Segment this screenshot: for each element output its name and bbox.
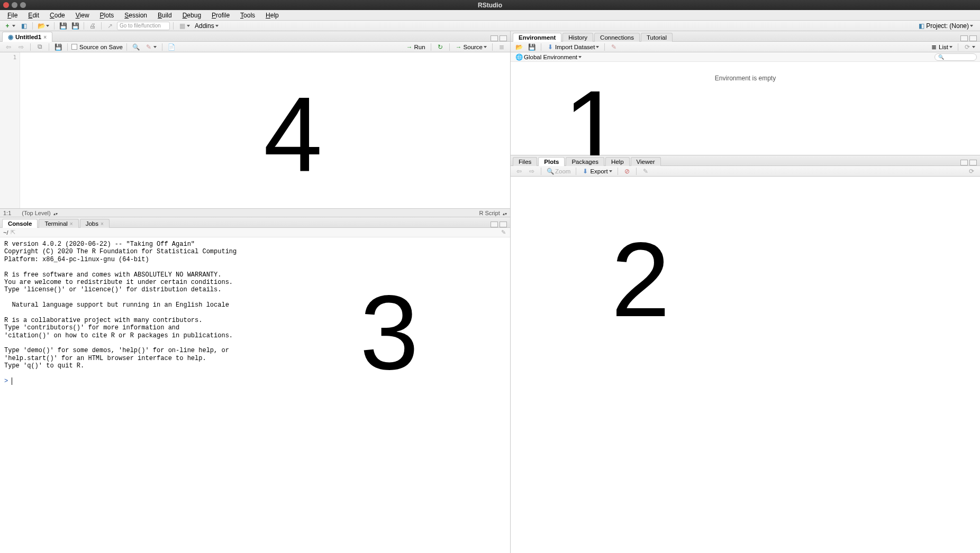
run-button[interactable]: → Run <box>404 42 427 52</box>
menu-debug[interactable]: Debug <box>177 11 206 20</box>
list-view-button[interactable]: ≣ List <box>929 42 954 52</box>
clear-plots-button[interactable]: ✎ <box>640 167 651 176</box>
print-button[interactable]: 🖨 <box>87 21 98 31</box>
maximize-pane[interactable] <box>500 222 507 227</box>
env-scope-bar: 🌐 Global Environment 🔍 <box>511 52 980 62</box>
maximize-pane[interactable] <box>969 160 977 165</box>
scope-menu[interactable]: (Top Level) ▴▾ <box>22 210 58 216</box>
remove-plot-button[interactable]: ⊘ <box>622 167 632 176</box>
window-close[interactable] <box>3 2 9 8</box>
project-menu[interactable]: ◧ Project: (None) <box>916 21 975 31</box>
plots-tabs: Files Plots Packages Help Viewer <box>511 155 980 166</box>
separator <box>32 22 33 30</box>
chevron-down-icon <box>972 46 975 48</box>
menu-tools[interactable]: Tools <box>235 11 260 20</box>
show-in-new-window[interactable]: ⧉ <box>34 42 45 52</box>
popout-icon[interactable]: ⇱ <box>9 229 16 236</box>
console-output[interactable]: R version 4.0.2 (2020-06-22) -- "Taking … <box>0 237 510 553</box>
save-workspace-button[interactable]: 💾 <box>527 42 537 52</box>
save-button[interactable]: 💾 <box>53 42 63 52</box>
menu-file[interactable]: File <box>2 11 23 20</box>
tab-plots[interactable]: Plots <box>538 157 565 166</box>
menu-view[interactable]: View <box>70 11 95 20</box>
menu-build[interactable]: Build <box>152 11 177 20</box>
tab-connections[interactable]: Connections <box>594 33 640 42</box>
editor-content[interactable]: 4 <box>20 52 510 208</box>
goto-button[interactable]: ↗ <box>105 21 115 31</box>
new-project-button[interactable]: ◧ <box>19 21 29 31</box>
filetype-menu[interactable]: R Script ▴▾ <box>479 210 507 216</box>
addins-button[interactable]: Addins <box>193 21 220 31</box>
overlay-4: 4 <box>264 73 322 195</box>
menu-code[interactable]: Code <box>44 11 70 20</box>
remove-icon: ⊘ <box>623 168 631 175</box>
tab-packages[interactable]: Packages <box>566 157 604 166</box>
import-dataset-button[interactable]: ⬇ Import Dataset <box>545 42 601 52</box>
window-maximize[interactable] <box>20 2 26 8</box>
refresh-button[interactable]: ⟳ <box>966 167 977 176</box>
menu-profile[interactable]: Profile <box>206 11 235 20</box>
console-tabs: Console Terminal× Jobs× <box>0 217 510 228</box>
rerun-button[interactable]: ↻ <box>435 42 446 52</box>
source-on-save-checkbox[interactable] <box>71 44 77 50</box>
menu-edit[interactable]: Edit <box>23 11 44 20</box>
tab-terminal[interactable]: Terminal× <box>39 219 78 228</box>
line-number: 1 <box>0 54 16 61</box>
maximize-pane[interactable] <box>500 35 507 41</box>
prev-plot-button[interactable]: ⇦ <box>514 167 524 176</box>
back-button[interactable]: ⇦ <box>3 42 14 52</box>
tab-history[interactable]: History <box>562 33 593 42</box>
next-plot-button[interactable]: ⇨ <box>527 167 537 176</box>
minimize-pane[interactable] <box>491 35 498 41</box>
open-file-button[interactable]: 📂 <box>36 21 51 31</box>
notebook-icon: 📄 <box>168 43 175 51</box>
titlebar: RStudio <box>0 0 980 10</box>
refresh-button[interactable]: ⟳ <box>962 42 977 52</box>
close-tab-icon[interactable]: × <box>43 34 47 40</box>
minimize-pane[interactable] <box>960 35 968 41</box>
project-icon: ◧ <box>20 22 28 30</box>
forward-button[interactable]: ⇨ <box>16 42 26 52</box>
separator <box>604 43 605 51</box>
menu-session[interactable]: Session <box>119 11 152 20</box>
outline-button[interactable]: ≣ <box>496 42 507 52</box>
scope-label: (Top Level) <box>22 210 50 216</box>
save-icon: 💾 <box>55 43 62 51</box>
source-tab[interactable]: ◉ Untitled1 × <box>2 32 52 42</box>
save-button[interactable]: 💾 <box>58 21 68 31</box>
menu-help[interactable]: Help <box>260 11 284 20</box>
save-all-button[interactable]: 💾 <box>70 21 80 31</box>
source-button[interactable]: → Source <box>453 42 488 52</box>
maximize-pane[interactable] <box>969 35 977 41</box>
menu-plots[interactable]: Plots <box>95 11 120 20</box>
editor[interactable]: 1 4 <box>0 52 510 208</box>
separator <box>431 43 431 51</box>
tab-help[interactable]: Help <box>605 157 630 166</box>
load-workspace-button[interactable]: 📂 <box>514 42 524 52</box>
tab-console[interactable]: Console <box>2 219 38 228</box>
minimize-pane[interactable] <box>491 222 498 227</box>
clear-env-button[interactable]: ✎ <box>609 42 619 52</box>
overlay-3: 3 <box>360 269 419 396</box>
source-on-save-label: Source on Save <box>79 44 123 50</box>
tab-files[interactable]: Files <box>513 157 537 166</box>
env-scope-menu[interactable]: 🌐 Global Environment <box>514 52 583 62</box>
find-button[interactable]: 🔍 <box>131 42 141 52</box>
clear-console-icon[interactable]: ✎ <box>500 229 507 236</box>
close-tab-icon[interactable]: × <box>101 221 104 227</box>
minimize-pane[interactable] <box>960 160 968 165</box>
env-search-input[interactable]: 🔍 <box>934 53 977 61</box>
compile-report-button[interactable]: 📄 <box>166 42 177 52</box>
goto-input[interactable]: Go to file/function <box>117 22 170 30</box>
wand-button[interactable]: ✎ <box>143 42 158 52</box>
window-minimize[interactable] <box>12 2 17 8</box>
close-tab-icon[interactable]: × <box>70 221 73 227</box>
grid-button[interactable]: ▦ <box>177 21 192 31</box>
separator <box>162 43 162 51</box>
tab-environment[interactable]: Environment <box>513 33 561 42</box>
tab-jobs[interactable]: Jobs× <box>80 219 110 228</box>
console-path-bar: ~/ ⇱ ✎ <box>0 228 510 237</box>
new-file-button[interactable]: + <box>2 21 17 31</box>
tab-tutorial[interactable]: Tutorial <box>641 33 673 42</box>
tab-viewer[interactable]: Viewer <box>631 157 661 166</box>
